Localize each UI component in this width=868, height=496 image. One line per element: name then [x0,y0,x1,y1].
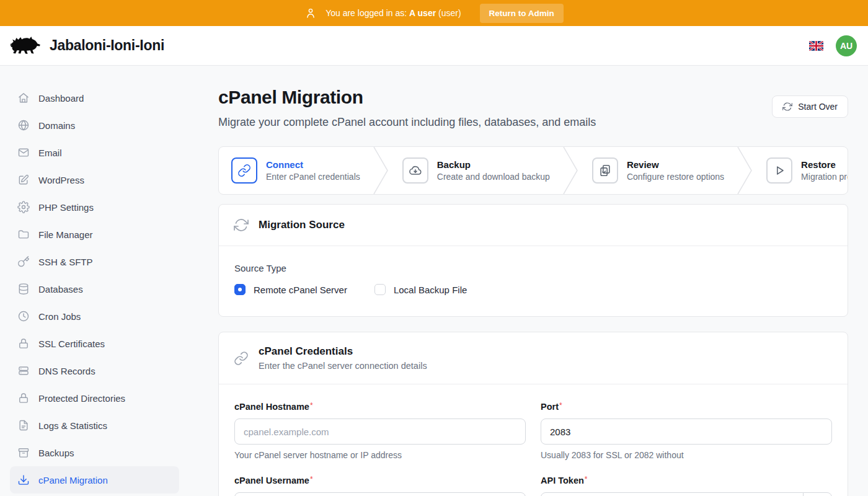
edit-icon [17,174,30,186]
sidebar-item-logs-statistics[interactable]: Logs & Statistics [10,412,179,439]
sidebar: Dashboard Domains Email WordPress PHP Se… [0,66,189,496]
user-icon [304,7,317,19]
logged-in-role: (user) [438,8,461,18]
boar-logo-icon [10,34,42,58]
cpanel-credentials-card: cPanel Credentials Enter the cPanel serv… [218,332,848,496]
start-over-button[interactable]: Start Over [772,95,848,118]
archive-icon [17,446,30,459]
required-asterisk: * [310,475,313,484]
link-icon [234,351,249,366]
migration-source-card: Migration Source Source Type Remote cPan… [218,204,848,317]
migration-source-title: Migration Source [259,219,345,231]
download-icon [17,474,30,486]
credentials-title: cPanel Credentials [259,345,427,358]
impersonation-banner: You are logged in as: A user (user) Retu… [0,0,868,26]
mail-icon [17,146,30,159]
brand[interactable]: Jabaloni-Ioni-Ioni [10,34,164,58]
lock-icon [17,392,30,404]
app-header: Jabaloni-Ioni-Ioni AU [0,26,868,66]
sidebar-item-cron-jobs[interactable]: Cron Jobs [10,303,179,330]
sidebar-item-databases[interactable]: Databases [10,275,179,303]
refresh-icon [234,218,249,232]
toggle-token-visibility-button[interactable] [803,492,832,496]
link-icon [237,164,251,177]
port-input[interactable] [541,418,832,445]
sidebar-item-ssh-sftp[interactable]: SSH & SFTP [10,248,179,275]
username-input[interactable] [234,492,526,496]
field-api-token: API Token* [541,475,832,496]
step-separator [735,147,754,194]
sidebar-item-file-manager[interactable]: File Manager [10,221,179,248]
hostname-input[interactable] [234,418,526,445]
logged-in-text: You are logged in as: A user (user) [326,8,461,18]
migration-stepper: Connect Enter cPanel credentials Backup … [218,146,848,195]
sidebar-item-email[interactable]: Email [10,139,179,166]
main-content: cPanel Migration Migrate your complete c… [189,66,868,496]
cloud-download-icon [409,164,422,177]
server-icon [17,365,30,377]
key-icon [17,255,30,268]
option-local-backup-file[interactable]: Local Backup File [374,284,467,295]
sidebar-item-domains[interactable]: Domains [10,112,179,139]
refresh-icon [782,102,792,112]
file-text-icon [17,419,30,432]
gear-icon [17,201,30,213]
home-icon [17,92,30,104]
required-asterisk: * [585,475,588,484]
clock-icon [17,310,30,322]
step-backup[interactable]: Backup Create and download backup [390,157,561,184]
required-asterisk: * [559,401,562,410]
sidebar-item-wordpress[interactable]: WordPress [10,166,179,193]
clipboard-check-icon [598,164,612,177]
option-remote-cpanel-server[interactable]: Remote cPanel Server [234,284,347,295]
page-title: cPanel Migration [218,87,596,108]
sidebar-item-cpanel-migration[interactable]: cPanel Migration [10,466,179,494]
credentials-subtitle: Enter the cPanel server connection detai… [259,361,427,371]
page-subtitle: Migrate your complete cPanel account inc… [218,116,596,129]
required-asterisk: * [310,401,313,410]
return-to-admin-button[interactable]: Return to Admin [480,4,564,23]
step-review[interactable]: Review Configure restore options [580,157,735,184]
database-icon [17,283,30,295]
language-flag-icon[interactable] [809,41,823,51]
play-icon [773,164,786,177]
field-username: cPanel Username* [234,475,526,496]
step-restore[interactable]: Restore Migration progress [754,157,848,184]
sidebar-item-php-settings[interactable]: PHP Settings [10,193,179,221]
sidebar-item-backups[interactable]: Backups [10,439,179,466]
logged-in-user: A user [409,8,436,18]
logged-in-prefix: You are logged in as: [326,8,407,18]
api-token-input[interactable] [541,492,804,496]
user-avatar[interactable]: AU [836,35,857,56]
radio-remote-cpanel-server[interactable] [234,284,246,295]
source-type-label: Source Type [234,263,832,273]
globe-icon [17,119,30,131]
step-connect[interactable]: Connect Enter cPanel credentials [219,157,371,184]
step-separator [561,147,580,194]
brand-name: Jabaloni-Ioni-Ioni [50,37,164,54]
folder-icon [17,228,30,241]
sidebar-item-protected-directories[interactable]: Protected Directories [10,384,179,412]
radio-local-backup-file[interactable] [374,284,386,295]
step-separator [371,147,390,194]
sidebar-item-ssl-certificates[interactable]: SSL Certificates [10,330,179,357]
field-hostname: cPanel Hostname* Your cPanel server host… [234,401,526,460]
field-port: Port* Usually 2083 for SSL or 2082 witho… [541,401,832,460]
sidebar-item-dns-records[interactable]: DNS Records [10,357,179,384]
lock-icon [17,337,30,350]
sidebar-item-dashboard[interactable]: Dashboard [10,84,179,112]
